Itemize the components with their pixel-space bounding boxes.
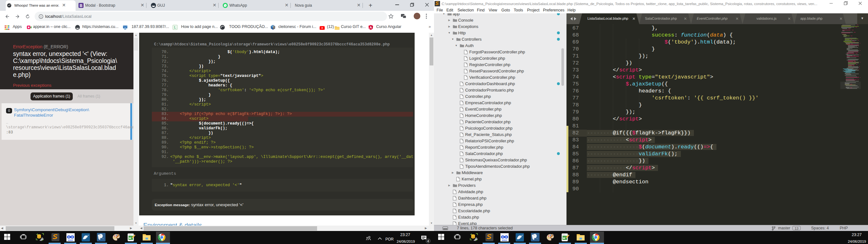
svg-text:B: B [80, 3, 83, 8]
svg-text:MAKER: MAKER [502, 240, 507, 241]
svg-text:MAKER: MAKER [68, 240, 73, 241]
svg-text:L: L [174, 25, 176, 30]
